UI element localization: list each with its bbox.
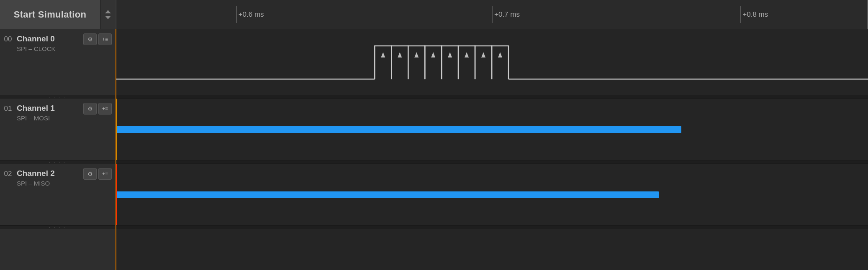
channel-row-0: 00 Channel 0 SPI – CLOCK ⚙ +≡	[0, 29, 115, 95]
svg-marker-3	[398, 52, 402, 58]
channel-type-2: SPI – MISO	[17, 180, 81, 187]
ruler-tick-1: +0.7 ms	[492, 0, 493, 29]
ruler-label-2: +0.8 ms	[742, 10, 768, 19]
channel-name-2: Channel 2	[17, 169, 81, 178]
channel-actions-2: ⚙ +≡	[83, 164, 115, 180]
channel-gear-button-1[interactable]: ⚙	[83, 103, 97, 115]
track-resize-2[interactable]	[116, 226, 868, 229]
mosi-blue-bar	[117, 126, 681, 133]
track-content-2	[116, 164, 868, 225]
channel-resize-1[interactable]: · · · ·	[0, 160, 115, 164]
channel-resize-0[interactable]: · · · ·	[0, 95, 115, 99]
channel-row-1: 01 Channel 1 SPI – MOSI ⚙ +≡	[0, 99, 115, 160]
channel-type-1: SPI – MOSI	[17, 115, 81, 122]
ruler-tick-line	[492, 6, 493, 23]
track-content-1	[116, 99, 868, 160]
start-simulation-button[interactable]: Start Simulation	[0, 0, 100, 29]
channel-actions-1: ⚙ +≡	[83, 99, 115, 115]
timeline-ruler: +0.6 ms +0.7 ms +0.8 ms	[116, 0, 868, 29]
channel-number-2: 02	[0, 164, 14, 178]
channel-gear-button-2[interactable]: ⚙	[83, 168, 97, 180]
add-icon-1: +≡	[102, 106, 108, 112]
channel-resize-2[interactable]: · · · ·	[0, 226, 115, 229]
start-simulation-label: Start Simulation	[14, 9, 87, 20]
header-bar: Start Simulation +0.6 ms +0.7 ms +0.8 ms	[0, 0, 868, 29]
scroll-down-arrow[interactable]	[105, 16, 111, 19]
add-icon-2: +≡	[102, 171, 108, 177]
channel-number-1: 01	[0, 99, 14, 113]
add-icon-0: +≡	[102, 36, 108, 42]
gear-icon-2: ⚙	[87, 171, 93, 177]
ruler-start-line	[116, 0, 116, 29]
ruler-tick-line	[236, 6, 237, 23]
channel-info-0: Channel 0 SPI – CLOCK	[14, 29, 83, 57]
svg-marker-6	[448, 52, 452, 58]
channel-name-1: Channel 1	[17, 104, 81, 113]
resize-dots-2: · · · ·	[49, 225, 66, 230]
channel-name-0: Channel 0	[17, 34, 81, 43]
track-resize-0[interactable]	[116, 95, 868, 99]
svg-marker-9	[498, 52, 502, 58]
ruler-label-1: +0.7 ms	[494, 10, 520, 19]
channel-add-button-0[interactable]: +≡	[98, 33, 112, 45]
track-row-0	[116, 29, 868, 95]
track-resize-1[interactable]	[116, 160, 868, 164]
gear-icon-1: ⚙	[87, 105, 93, 112]
ruler-label-0: +0.6 ms	[239, 10, 264, 19]
channel-row-2: 02 Channel 2 SPI – MISO ⚙ +≡	[0, 164, 115, 226]
ruler-tick-2: +0.8 ms	[740, 0, 741, 29]
app-container: Start Simulation +0.6 ms +0.7 ms +0.8 ms	[0, 0, 868, 270]
svg-marker-4	[414, 52, 419, 58]
channel-add-button-1[interactable]: +≡	[98, 103, 112, 115]
miso-blue-bar	[117, 191, 659, 198]
scroll-up-arrow[interactable]	[105, 10, 111, 13]
svg-marker-5	[431, 52, 435, 58]
track-row-2	[116, 164, 868, 226]
main-content: 00 Channel 0 SPI – CLOCK ⚙ +≡ · · · ·	[0, 29, 868, 270]
svg-marker-8	[481, 52, 485, 58]
channel-gear-button-0[interactable]: ⚙	[83, 33, 97, 45]
channel-actions-0: ⚙ +≡	[83, 29, 115, 45]
track-content-0	[116, 29, 868, 95]
track-row-1	[116, 99, 868, 160]
gear-icon-0: ⚙	[87, 36, 93, 43]
channels-panel: 00 Channel 0 SPI – CLOCK ⚙ +≡ · · · ·	[0, 29, 116, 270]
ruler-tick-line	[740, 6, 741, 23]
svg-marker-2	[381, 52, 385, 58]
timeline-tracks	[116, 29, 868, 270]
channel-info-2: Channel 2 SPI – MISO	[14, 164, 83, 192]
channel-add-button-2[interactable]: +≡	[98, 168, 112, 180]
channel-info-1: Channel 1 SPI – MOSI	[14, 99, 83, 127]
ruler-tick-0: +0.6 ms	[236, 0, 237, 29]
channel-number-0: 00	[0, 29, 14, 43]
scroll-arrows	[100, 0, 116, 29]
clock-signal-svg	[116, 29, 868, 95]
svg-marker-7	[465, 52, 469, 58]
channel-type-0: SPI – CLOCK	[17, 45, 81, 52]
